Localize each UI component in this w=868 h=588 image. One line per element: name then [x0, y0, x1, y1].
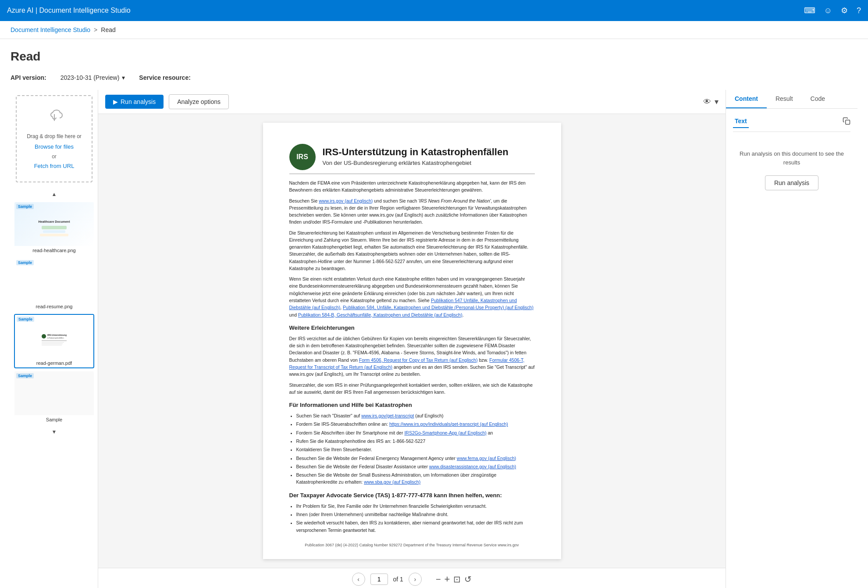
svg-rect-0	[846, 120, 850, 124]
tab-result[interactable]: Result	[767, 90, 802, 108]
list-item: Ihnen (oder Ihrem Unternehmen) unmittelb…	[296, 511, 535, 518]
browse-files-link[interactable]: Browse for files	[35, 143, 74, 150]
list-item: Fordern Sie Abschriften über Ihr Smartph…	[296, 429, 535, 436]
file-list: ▲ Sample Healthcare Document read-health…	[11, 188, 98, 588]
doc-steuerzahler: Steuerzahler, die vom IRS in einer Prüfu…	[289, 381, 535, 396]
file-item[interactable]: Sample Healthcare Document read-healthca…	[14, 202, 94, 255]
api-version-selector[interactable]: 2023-10-31 (Preview) ▾	[60, 74, 125, 81]
doc-footer: Publication 3067 (de) (4-2022) Catalog N…	[289, 542, 535, 549]
file-name: read-resume.png	[14, 302, 94, 311]
settings-icon[interactable]: ⚙	[841, 6, 848, 15]
eye-icon[interactable]: 👁	[703, 97, 711, 107]
help-icon[interactable]: ?	[857, 6, 861, 15]
tab-content[interactable]: Content	[726, 90, 767, 108]
file-item[interactable]: Sample read-resume.png	[14, 258, 94, 311]
result-type-row: Text	[733, 116, 850, 132]
doc-paragraph: Die Steuererleichterung bei Katastrophen…	[289, 229, 535, 272]
api-version-label: API version:	[11, 74, 46, 81]
doc-title-block: IRS-Unterstützung in Katastrophenfällen …	[323, 146, 509, 167]
document-viewer: ▶ Run analysis Analyze options 👁 ▾ IRS I	[98, 90, 726, 588]
doc-body: Nachdem die FEMA eine vom Präsidenten un…	[289, 179, 535, 549]
list-item: Kontaktieren Sie Ihren Steuerberater.	[296, 446, 535, 453]
list-item: Besuchen Sie die Website der Federal Dis…	[296, 463, 535, 470]
file-thumbnail: Sample Healthcare Document	[14, 202, 94, 246]
top-bar-icons: ⌨ ☺ ⚙ ?	[804, 6, 861, 15]
file-thumbnail: Sample	[14, 371, 94, 415]
top-bar: Azure AI | Document Intelligence Studio …	[0, 0, 868, 21]
cloud-upload-icon	[24, 107, 85, 129]
breadcrumb-separator: >	[94, 26, 97, 33]
file-thumbnail: Sample	[14, 258, 94, 302]
file-sidebar: Drag & drop file here or Browse for file…	[11, 90, 98, 588]
list-item: Besuchen Sie die Website der Small Busin…	[296, 471, 535, 486]
analyze-options-button[interactable]: Analyze options	[169, 94, 229, 109]
doc-info-list: Suchen Sie nach "Disaster" auf www.irs.g…	[296, 412, 535, 485]
upload-or-text: or	[24, 153, 85, 161]
app-title: Azure AI | Document Intelligence Studio	[7, 7, 131, 14]
file-item[interactable]: Sample IRS-Unterstützung in Katastrophen…	[14, 314, 94, 368]
list-item: Fordern Sie IRS-Steuerabschriften online…	[296, 421, 535, 428]
doc-paragraph: Besuchen Sie www.irs.gov (auf Englisch) …	[289, 197, 535, 226]
list-item: Ihr Problem für Sie, Ihre Familie oder I…	[296, 502, 535, 510]
next-page-button[interactable]: ›	[409, 573, 422, 586]
run-analysis-button[interactable]: ▶ Run analysis	[105, 95, 164, 109]
copy-button[interactable]	[843, 117, 850, 127]
keyboard-icon[interactable]: ⌨	[804, 6, 815, 15]
file-name: read-german.pdf	[15, 359, 93, 367]
upload-drag-text: Drag & drop file here or	[24, 132, 85, 141]
doc-content: IRS IRS-Unterstützung in Katastrophenfäl…	[98, 114, 726, 568]
list-item: Sie wiederholt versucht haben, den IRS z…	[296, 519, 535, 534]
zoom-in-button[interactable]: +	[445, 574, 450, 585]
breadcrumb-home[interactable]: Document Intelligence Studio	[11, 26, 90, 33]
doc-main-title: IRS-Unterstützung in Katastrophenfällen	[323, 146, 509, 158]
doc-further-text: Der IRS verzichtet auf die üblichen Gebü…	[289, 335, 535, 378]
api-version-value: 2023-10-31 (Preview)	[60, 74, 120, 81]
file-thumbnail-label: Sample	[16, 204, 34, 209]
file-name: Sample	[14, 415, 94, 424]
right-panel: Content Result Code Text Run analysis on…	[726, 90, 857, 588]
fetch-url-link[interactable]: Fetch from URL	[34, 163, 75, 169]
doc-page: IRS IRS-Unterstützung in Katastrophenfäl…	[263, 123, 561, 559]
zoom-out-button[interactable]: −	[436, 574, 441, 585]
scroll-up-button[interactable]: ▲	[12, 189, 96, 199]
doc-paragraph: Nachdem die FEMA eine vom Präsidenten un…	[289, 179, 535, 194]
zoom-controls: − + ⊡ ↺	[436, 574, 472, 585]
doc-section-taxpayer: Der Taxpayer Advocate Service (TAS) 1-87…	[289, 491, 535, 500]
right-content: Text Run analysis on this document to se…	[726, 109, 857, 588]
fit-page-button[interactable]: ⊡	[453, 574, 461, 585]
file-thumbnail: Sample IRS-Unterstützung in Katastrophen…	[15, 315, 93, 359]
chevron-down-icon[interactable]: ▾	[715, 97, 719, 107]
page-content: Read API version: 2023-10-31 (Preview) ▾…	[0, 39, 868, 588]
file-thumbnail-label: Sample	[17, 317, 34, 322]
doc-toolbar: ▶ Run analysis Analyze options 👁 ▾	[98, 90, 726, 114]
run-analysis-message: Run analysis on this document to see the…	[733, 150, 850, 167]
file-thumbnail-label: Sample	[16, 373, 34, 378]
run-analysis-right-button[interactable]: Run analysis	[765, 175, 818, 190]
doc-paragraph: Wenn Sie einen nicht erstatteten Verlust…	[289, 275, 535, 318]
upload-area: Drag & drop file here or Browse for file…	[16, 95, 92, 182]
page-of-label: of 1	[393, 576, 403, 583]
tab-code[interactable]: Code	[802, 90, 834, 108]
service-resource-label: Service resource:	[139, 74, 191, 81]
prev-page-button[interactable]: ‹	[352, 573, 365, 586]
run-icon: ▶	[113, 98, 118, 105]
list-item: Rufen Sie die Katastrophenhotline des IR…	[296, 438, 535, 445]
page-number-input[interactable]	[370, 574, 388, 585]
rotate-button[interactable]: ↺	[464, 574, 472, 585]
page-title: Read	[11, 50, 857, 64]
doc-header: IRS IRS-Unterstützung in Katastrophenfäl…	[289, 144, 535, 170]
smiley-icon[interactable]: ☺	[824, 6, 832, 15]
doc-subtitle: Von der US-Bundesregierung erklärtes Kat…	[323, 159, 509, 167]
main-layout: Drag & drop file here or Browse for file…	[11, 90, 857, 588]
run-analysis-label: Run analysis	[121, 98, 156, 105]
right-panel-tabs: Content Result Code	[726, 90, 857, 109]
doc-taxpayer-list: Ihr Problem für Sie, Ihre Familie oder I…	[296, 502, 535, 534]
scroll-down-button[interactable]: ▼	[12, 427, 96, 437]
file-item[interactable]: Sample Sample	[14, 371, 94, 424]
api-chevron-icon: ▾	[122, 74, 125, 81]
toolbar-icons: 👁 ▾	[703, 97, 719, 107]
list-item: Suchen Sie nach "Disaster" auf www.irs.g…	[296, 412, 535, 419]
doc-section-further: Weitere Erleichterungen	[289, 324, 535, 332]
breadcrumb: Document Intelligence Studio > Read	[0, 21, 868, 39]
result-type-text-button[interactable]: Text	[733, 116, 749, 128]
